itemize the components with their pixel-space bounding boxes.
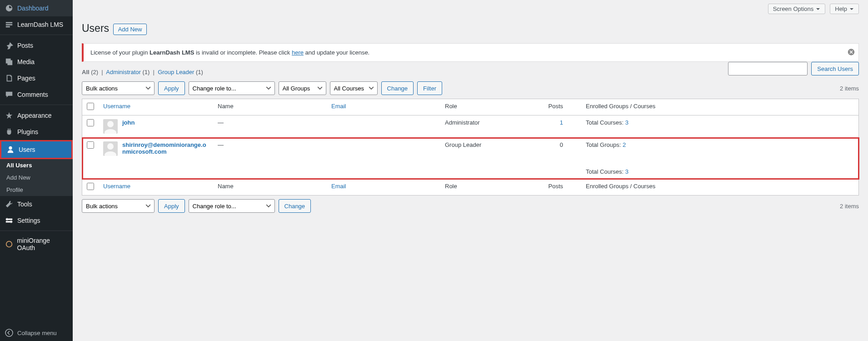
role-cell: Administrator xyxy=(440,115,531,138)
bulk-actions-select[interactable]: Bulk actions xyxy=(82,81,155,95)
comments-icon xyxy=(5,90,14,99)
search-box: Search Users xyxy=(728,62,859,75)
submenu-profile[interactable]: Profile xyxy=(0,184,73,196)
submenu-all-users[interactable]: All Users xyxy=(0,159,73,171)
filter-button[interactable]: Filter xyxy=(417,81,442,95)
groups-link[interactable]: 2 xyxy=(623,141,626,148)
notice-prefix: License of your plugin xyxy=(90,49,150,56)
bulk-actions-select-bottom[interactable]: Bulk actions xyxy=(82,199,155,213)
users-icon xyxy=(6,145,15,154)
col-role-foot: Role xyxy=(440,179,531,196)
name-cell: — xyxy=(213,138,327,179)
add-new-button[interactable]: Add New xyxy=(113,24,147,35)
table-row: shirinroy@demominiorange.onmicrosoft.com… xyxy=(82,138,859,179)
groups-label: Total Groups: xyxy=(586,141,623,148)
filter-gl-count: (1) xyxy=(196,69,203,75)
sidebar-label: Appearance xyxy=(17,112,52,119)
col-enrolled: Enrolled Groups / Courses xyxy=(568,99,859,115)
col-username[interactable]: Username xyxy=(103,103,130,110)
avatar xyxy=(103,141,118,156)
close-icon xyxy=(848,48,855,55)
email-cell xyxy=(327,115,440,138)
apply-button-bottom[interactable]: Apply xyxy=(158,199,185,213)
chevron-down-icon xyxy=(849,7,854,11)
sidebar-separator xyxy=(0,229,73,231)
col-posts-foot: Posts xyxy=(531,179,568,196)
courses-label: Total Courses: xyxy=(586,119,625,126)
col-email[interactable]: Email xyxy=(331,103,346,110)
notice-dismiss[interactable] xyxy=(848,48,855,57)
col-email-foot[interactable]: Email xyxy=(331,183,346,190)
sidebar-item-users[interactable]: Users xyxy=(0,140,73,159)
sidebar-item-dashboard[interactable]: Dashboard xyxy=(0,0,73,16)
sidebar-item-settings[interactable]: Settings xyxy=(0,212,73,229)
screen-options-label: Screen Options xyxy=(773,5,814,12)
sidebar-label: LearnDash LMS xyxy=(17,21,63,28)
filter-admin[interactable]: Administrator xyxy=(106,69,141,75)
sidebar-separator xyxy=(0,33,73,35)
pages-icon xyxy=(5,74,14,83)
col-name-foot: Name xyxy=(213,179,327,196)
tablenav-top: Bulk actions Apply Change role to... All… xyxy=(82,81,859,95)
role-cell: Group Leader xyxy=(440,138,531,179)
courses-link[interactable]: 3 xyxy=(625,119,629,126)
change-role-select-bottom[interactable]: Change role to... xyxy=(189,199,275,213)
submenu-add-new[interactable]: Add New xyxy=(0,171,73,184)
sidebar-item-comments[interactable]: Comments xyxy=(0,86,73,103)
username-link[interactable]: shirinroy@demominiorange.onmicrosoft.com xyxy=(122,141,209,155)
sidebar-item-miniorange[interactable]: miniOrange OAuth xyxy=(0,233,73,235)
table-row: john — Administrator 1 Total Courses: 3 xyxy=(82,115,859,138)
sidebar-label: Settings xyxy=(17,217,40,224)
media-icon xyxy=(5,57,14,66)
courses-label: Total Courses: xyxy=(586,168,625,175)
sidebar-item-pages[interactable]: Pages xyxy=(0,70,73,86)
sidebar-label: Tools xyxy=(17,201,32,208)
sidebar-label: Pages xyxy=(17,75,35,82)
col-username-foot[interactable]: Username xyxy=(103,183,130,190)
sidebar-item-tools[interactable]: Tools xyxy=(0,196,73,212)
help-button[interactable]: Help xyxy=(830,4,859,14)
row-checkbox[interactable] xyxy=(87,119,94,126)
select-all-top[interactable] xyxy=(87,103,94,110)
sidebar-item-media[interactable]: Media xyxy=(0,54,73,70)
col-posts: Posts xyxy=(531,99,568,115)
change-role-select[interactable]: Change role to... xyxy=(189,81,275,95)
select-all-bottom[interactable] xyxy=(87,183,94,190)
change-button[interactable]: Change xyxy=(381,81,414,95)
all-groups-select[interactable]: All Groups xyxy=(279,81,326,95)
posts-value: 0 xyxy=(560,141,563,148)
items-count-bottom: 2 items xyxy=(840,203,859,210)
change-button-bottom[interactable]: Change xyxy=(279,199,311,213)
users-table: Username Name Email Role Posts Enrolled … xyxy=(82,99,859,196)
screen-options-button[interactable]: Screen Options xyxy=(768,4,826,14)
notice-suffix: and update your license. xyxy=(304,49,369,56)
sidebar-label: Media xyxy=(17,58,35,65)
username-link[interactable]: john xyxy=(122,119,135,126)
filter-all[interactable]: All xyxy=(82,69,90,75)
filter-group-leader[interactable]: Group Leader xyxy=(158,69,194,75)
email-cell xyxy=(327,138,440,179)
sidebar-item-learndash[interactable]: LearnDash LMS xyxy=(0,16,73,33)
courses-link[interactable]: 3 xyxy=(625,168,629,175)
admin-sidebar: Dashboard LearnDash LMS Posts Media Page… xyxy=(0,0,73,235)
notice-link[interactable]: here xyxy=(292,49,304,56)
tablenav-bottom: Bulk actions Apply Change role to... Cha… xyxy=(82,199,859,213)
sidebar-item-appearance[interactable]: Appearance xyxy=(0,107,73,124)
license-notice: License of your plugin LearnDash LMS is … xyxy=(82,43,859,62)
row-checkbox[interactable] xyxy=(87,141,94,149)
filter-admin-count: (1) xyxy=(142,69,150,75)
posts-link[interactable]: 1 xyxy=(560,119,563,126)
apply-button[interactable]: Apply xyxy=(158,81,185,95)
filter-all-count: (2) xyxy=(91,69,98,75)
chevron-down-icon xyxy=(816,7,820,11)
learndash-icon xyxy=(5,20,14,29)
pushpin-icon xyxy=(5,41,14,50)
search-users-button[interactable]: Search Users xyxy=(811,62,859,75)
sidebar-item-plugins[interactable]: Plugins xyxy=(0,124,73,140)
sidebar-label: Dashboard xyxy=(17,5,49,12)
content-area: Screen Options Help Users Add New Licens… xyxy=(73,0,868,235)
all-courses-select[interactable]: All Courses xyxy=(330,81,378,95)
dashboard-icon xyxy=(5,4,14,13)
sidebar-item-posts[interactable]: Posts xyxy=(0,37,73,54)
search-input[interactable] xyxy=(728,62,808,75)
